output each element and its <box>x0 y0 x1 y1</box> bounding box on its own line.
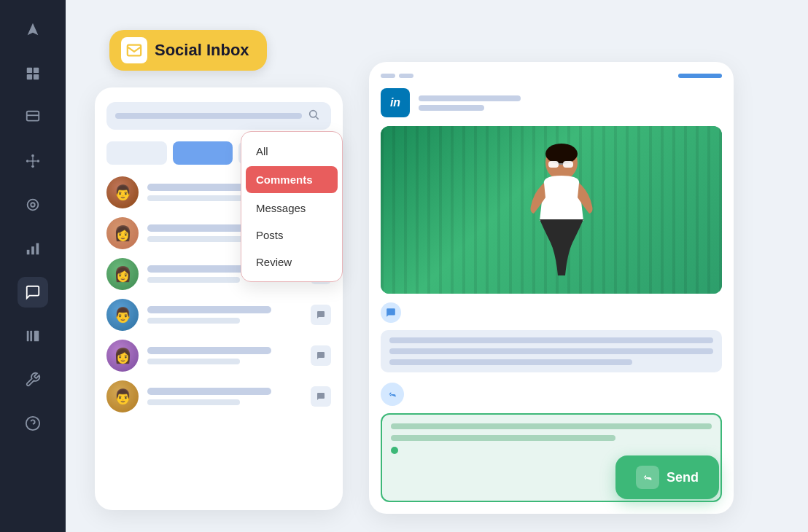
svg-rect-16 <box>27 250 30 254</box>
svg-rect-19 <box>27 331 29 342</box>
svg-rect-20 <box>30 331 32 342</box>
svg-point-14 <box>28 200 39 211</box>
post-image <box>381 126 722 294</box>
svg-rect-30 <box>563 161 573 168</box>
library-icon[interactable] <box>18 321 48 351</box>
svg-rect-21 <box>34 331 39 342</box>
sidebar <box>0 0 66 532</box>
analytics-icon[interactable] <box>18 233 48 264</box>
send-icon <box>636 466 659 489</box>
dropdown-item-all[interactable]: All <box>241 138 342 165</box>
svg-point-28 <box>545 144 578 164</box>
svg-point-25 <box>310 111 316 117</box>
inbox-item-4[interactable]: 👨 <box>106 299 331 331</box>
inbox-item-6-content <box>147 388 302 405</box>
dashboard-icon[interactable] <box>18 58 48 89</box>
reply-icon[interactable] <box>381 383 404 406</box>
svg-rect-0 <box>27 68 32 73</box>
search-icon <box>308 109 322 123</box>
svg-rect-17 <box>31 246 34 254</box>
svg-rect-3 <box>34 74 39 79</box>
topbar-dots <box>381 74 413 78</box>
send-button[interactable]: Send <box>615 455 719 499</box>
inbox-item-5-content <box>147 347 302 364</box>
chat-icon-4 <box>311 305 331 325</box>
svg-rect-2 <box>27 74 32 79</box>
main-content: Social Inbox <box>66 0 808 532</box>
post-like-icon[interactable] <box>381 302 401 323</box>
svg-rect-18 <box>36 243 39 255</box>
svg-point-15 <box>31 203 35 207</box>
content-block <box>381 330 722 372</box>
post-panel: in <box>369 62 734 514</box>
avatar-2: 👩 <box>106 217 139 249</box>
svg-point-5 <box>31 160 34 163</box>
post-panel-topbar <box>381 74 722 78</box>
search-placeholder-line <box>115 113 302 119</box>
inbox-item-6[interactable]: 👨 <box>106 380 331 412</box>
topbar-accent-line <box>678 74 722 78</box>
inbox-item-4-content <box>147 306 302 324</box>
header-badge-label: Social Inbox <box>155 41 249 60</box>
network-icon[interactable] <box>18 146 48 176</box>
avatar-5: 👩 <box>106 340 139 372</box>
post-image-background <box>381 126 722 294</box>
filter-tab-1[interactable] <box>106 141 167 165</box>
inbox-item-5[interactable]: 👩 <box>106 340 331 372</box>
linkedin-name-lines <box>419 95 521 111</box>
inbox-panel: 👨 👩 <box>95 87 343 510</box>
inbox-icon[interactable] <box>18 102 48 133</box>
person-silhouette <box>503 141 620 294</box>
svg-point-9 <box>31 165 34 168</box>
filter-tab-2[interactable] <box>173 141 233 165</box>
avatar-3: 👩 <box>106 258 139 290</box>
svg-point-8 <box>31 154 34 157</box>
dropdown-item-messages[interactable]: Messages <box>241 195 342 222</box>
avatar-4: 👨 <box>106 299 139 331</box>
social-inbox-nav-icon[interactable] <box>18 277 48 308</box>
email-icon <box>121 37 147 63</box>
navigate-icon[interactable] <box>18 15 48 45</box>
filter-dropdown: All Comments Messages Posts Review <box>241 131 343 282</box>
panels-wrapper: Social Inbox <box>95 62 779 514</box>
linkedin-header: in <box>381 88 722 117</box>
linkedin-logo: in <box>381 88 410 117</box>
avatar-1: 👨 <box>106 176 139 208</box>
chat-icon-5 <box>311 345 331 366</box>
dropdown-item-review[interactable]: Review <box>241 249 342 275</box>
header-badge: Social Inbox <box>109 30 267 71</box>
svg-point-7 <box>37 160 40 163</box>
svg-point-6 <box>26 160 29 163</box>
chat-icon-6 <box>311 386 331 407</box>
svg-rect-24 <box>128 45 141 56</box>
dropdown-item-posts[interactable]: Posts <box>241 222 342 249</box>
sync-icon[interactable] <box>18 189 48 220</box>
send-label: Send <box>667 470 699 485</box>
support-icon[interactable] <box>18 408 48 439</box>
avatar-6: 👨 <box>106 380 139 412</box>
svg-rect-29 <box>548 161 559 168</box>
svg-line-26 <box>316 117 319 120</box>
search-bar[interactable] <box>106 102 331 130</box>
svg-rect-1 <box>34 68 39 73</box>
dropdown-item-comments[interactable]: Comments <box>246 166 338 193</box>
tools-icon[interactable] <box>18 364 48 395</box>
